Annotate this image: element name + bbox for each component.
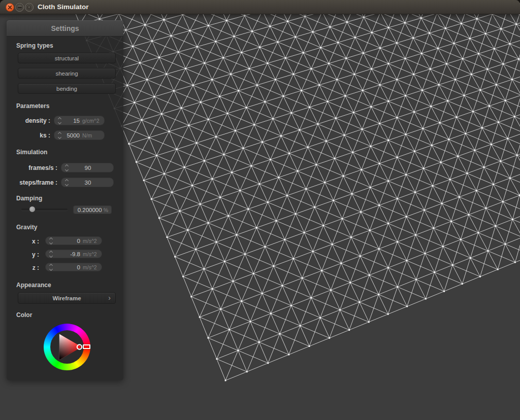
window-maximize-button[interactable] xyxy=(25,3,34,12)
spinner-up-icon[interactable] xyxy=(49,263,53,267)
appearance-label: Appearance xyxy=(16,282,51,289)
steps-field[interactable]: 30 xyxy=(61,178,114,187)
density-value: 15 xyxy=(63,118,80,124)
frames-stepper[interactable] xyxy=(66,165,68,171)
spinner-up-icon[interactable] xyxy=(65,164,69,167)
ks-field[interactable]: 5000 N/m xyxy=(54,130,105,140)
gravity-z-value: 0 xyxy=(55,264,80,270)
cloth-wire-lines xyxy=(60,0,520,380)
gravity-y-unit: m/s^2 xyxy=(80,251,102,257)
appearance-dropdown[interactable]: Wireframe › xyxy=(18,292,116,304)
gravity-y-field[interactable]: -9.8 m/s^2 xyxy=(45,250,102,258)
damping-slider-handle[interactable] xyxy=(29,206,36,213)
spinner-up-icon[interactable] xyxy=(58,117,61,120)
gravity-y-value: -9.8 xyxy=(55,251,80,257)
spinner-down-icon[interactable] xyxy=(58,135,61,138)
gravity-z-stepper[interactable] xyxy=(50,264,52,270)
close-icon xyxy=(8,5,12,10)
gravity-y-stepper[interactable] xyxy=(50,251,52,257)
gravity-x-value: 0 xyxy=(55,238,80,244)
spinner-down-icon[interactable] xyxy=(49,254,53,257)
gravity-z-field[interactable]: 0 m/s^2 xyxy=(45,263,102,271)
spinner-down-icon[interactable] xyxy=(65,182,69,186)
parameters-label: Parameters xyxy=(16,102,49,110)
gravity-label: Gravity xyxy=(16,224,37,231)
window-close-button[interactable] xyxy=(6,3,14,12)
gravity-z-label: z : xyxy=(7,264,39,271)
settings-panel-header[interactable]: Settings xyxy=(7,20,123,37)
gravity-x-field[interactable]: 0 m/s^2 xyxy=(45,236,102,245)
bending-button[interactable]: bending xyxy=(18,83,116,94)
sv-triangle[interactable] xyxy=(50,330,84,364)
density-stepper[interactable] xyxy=(58,118,61,124)
gravity-x-stepper[interactable] xyxy=(50,238,52,244)
ks-unit: N/m xyxy=(80,132,104,138)
gravity-x-label: x : xyxy=(7,238,39,245)
chevron-right-icon: › xyxy=(108,293,111,303)
spinner-down-icon[interactable] xyxy=(49,267,53,270)
spinner-down-icon[interactable] xyxy=(58,120,61,124)
maximize-icon xyxy=(27,6,31,9)
window-titlebar[interactable]: Cloth Simulator xyxy=(0,0,520,14)
ks-stepper[interactable] xyxy=(58,132,61,138)
damping-unit: % xyxy=(102,207,108,213)
simulation-label: Simulation xyxy=(16,149,47,156)
spinner-down-icon[interactable] xyxy=(49,240,53,244)
window-minimize-button[interactable] xyxy=(15,3,24,12)
appearance-selected: Wireframe xyxy=(52,295,81,301)
color-wheel[interactable] xyxy=(44,324,90,370)
ks-value: 5000 xyxy=(63,132,80,138)
frames-field[interactable]: 90 xyxy=(61,163,114,172)
spring-types-label: Spring types xyxy=(16,42,53,49)
steps-label: steps/frame : xyxy=(7,179,57,186)
damping-slider-track[interactable] xyxy=(21,208,68,211)
steps-value: 30 xyxy=(71,180,113,186)
shearing-button[interactable]: shearing xyxy=(18,68,116,79)
color-label: Color xyxy=(16,311,32,319)
minimize-icon xyxy=(18,7,22,8)
gravity-x-unit: m/s^2 xyxy=(80,238,102,244)
damping-label: Damping xyxy=(16,195,42,202)
structural-button[interactable]: structural xyxy=(18,53,116,63)
window-title: Cloth Simulator xyxy=(38,0,89,14)
density-unit: g/cm^2 xyxy=(80,118,104,124)
damping-value: 0.200000 xyxy=(78,207,102,213)
app-window: Cloth Simulator Settings Spring types st… xyxy=(0,0,520,420)
spinner-up-icon[interactable] xyxy=(65,179,69,182)
ks-label: ks : xyxy=(7,132,50,139)
spinner-up-icon[interactable] xyxy=(58,131,61,135)
density-label: density : xyxy=(7,117,50,124)
gravity-y-label: y : xyxy=(7,251,39,258)
spinner-up-icon[interactable] xyxy=(49,237,53,240)
hue-selector[interactable] xyxy=(83,344,90,349)
steps-stepper[interactable] xyxy=(66,180,68,186)
gravity-z-unit: m/s^2 xyxy=(80,264,102,270)
frames-value: 90 xyxy=(71,165,113,171)
frames-label: frames/s : xyxy=(7,164,57,171)
spinner-down-icon[interactable] xyxy=(65,167,69,171)
density-field[interactable]: 15 g/cm^2 xyxy=(54,116,105,125)
settings-panel: Settings Spring types structural shearin… xyxy=(7,20,123,380)
spinner-up-icon[interactable] xyxy=(49,250,53,254)
damping-value-box[interactable]: 0.200000 % xyxy=(73,205,112,214)
